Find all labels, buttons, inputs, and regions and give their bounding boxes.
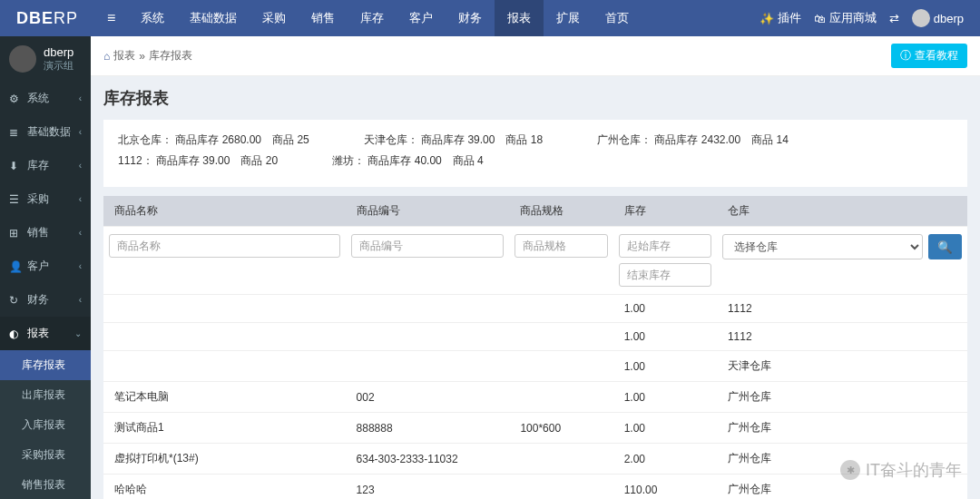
- brand-logo: DBERP: [0, 9, 94, 28]
- translate-icon[interactable]: ⇄: [889, 12, 899, 25]
- menu-toggle-icon[interactable]: ≡: [94, 10, 128, 26]
- topnav-item[interactable]: 报表: [495, 0, 544, 36]
- topnav-item[interactable]: 首页: [593, 0, 642, 36]
- plugin-icon: ✨: [760, 12, 774, 25]
- app-market-link[interactable]: 🛍应用商城: [814, 10, 877, 26]
- topnav-item[interactable]: 库存: [348, 0, 397, 36]
- brand-part2: RP: [54, 9, 78, 27]
- username-label: dberp: [934, 12, 964, 25]
- topnav-item[interactable]: 销售: [299, 0, 348, 36]
- topnav-item[interactable]: 基础数据: [177, 0, 250, 36]
- plugin-label: 插件: [778, 10, 801, 26]
- top-navbar: DBERP ≡ 系统基础数据采购销售库存客户财务报表扩展首页 ✨插件 🛍应用商城…: [0, 0, 980, 36]
- topnav-item[interactable]: 财务: [446, 0, 495, 36]
- avatar: [912, 9, 930, 27]
- top-right-controls: ✨插件 🛍应用商城 ⇄ dberp: [760, 9, 980, 27]
- topnav-item[interactable]: 采购: [250, 0, 299, 36]
- top-nav: 系统基础数据采购销售库存客户财务报表扩展首页: [128, 0, 642, 36]
- plugin-link[interactable]: ✨插件: [760, 10, 801, 26]
- topnav-item[interactable]: 系统: [128, 0, 177, 36]
- topnav-item[interactable]: 扩展: [544, 0, 593, 36]
- bag-icon: 🛍: [814, 12, 826, 25]
- user-menu[interactable]: dberp: [912, 9, 964, 27]
- topnav-item[interactable]: 客户: [397, 0, 446, 36]
- brand-part1: DBE: [16, 9, 54, 27]
- market-label: 应用商城: [829, 10, 877, 26]
